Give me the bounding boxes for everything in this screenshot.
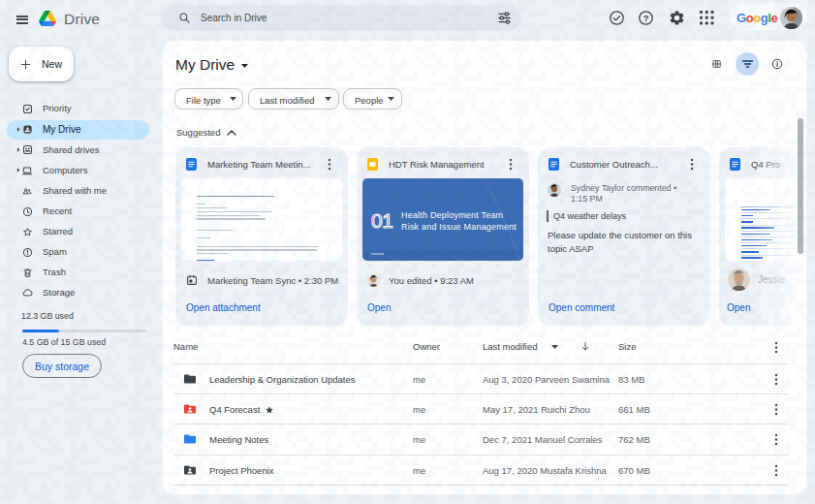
svg-text:01: 01 [371, 209, 392, 232]
svg-text:?: ? [643, 14, 649, 23]
